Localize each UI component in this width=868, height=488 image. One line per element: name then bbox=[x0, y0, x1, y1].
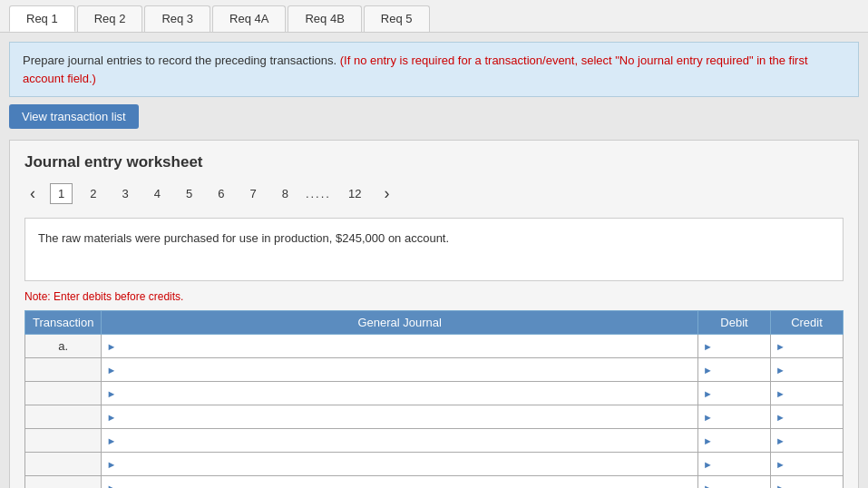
debit-cell[interactable]: ► bbox=[698, 335, 771, 358]
page-num-6[interactable]: 6 bbox=[210, 183, 232, 204]
pagination: ‹ 1 2 3 4 5 6 7 8 ..... 12 › bbox=[24, 182, 844, 205]
th-debit: Debit bbox=[698, 311, 771, 335]
table-row: ►►► bbox=[25, 453, 844, 476]
transaction-cell bbox=[25, 429, 102, 453]
debit-cell[interactable]: ► bbox=[698, 453, 771, 476]
general-journal-cell[interactable]: ► bbox=[102, 429, 698, 453]
worksheet-title: Journal entry worksheet bbox=[24, 153, 844, 171]
table-row: ►►► bbox=[25, 429, 844, 453]
credit-cell[interactable]: ► bbox=[771, 405, 844, 429]
table-row: a.►►► bbox=[25, 335, 844, 358]
th-transaction: Transaction bbox=[25, 311, 102, 335]
credit-cell[interactable]: ► bbox=[771, 453, 844, 476]
transaction-cell bbox=[25, 405, 102, 429]
page-num-8[interactable]: 8 bbox=[274, 183, 297, 204]
transaction-cell bbox=[25, 382, 102, 405]
page-num-3[interactable]: 3 bbox=[113, 183, 136, 204]
info-main-text: Prepare journal entries to record the pr… bbox=[23, 54, 336, 67]
general-journal-cell[interactable]: ► bbox=[102, 335, 698, 358]
page-num-4[interactable]: 4 bbox=[146, 183, 169, 204]
tabs-container: Req 1 Req 2 Req 3 Req 4A Req 4B Req 5 bbox=[0, 0, 868, 33]
page-num-5[interactable]: 5 bbox=[178, 183, 200, 204]
debit-cell[interactable]: ► bbox=[698, 382, 771, 405]
debit-cell[interactable]: ► bbox=[698, 429, 771, 453]
page-num-2[interactable]: 2 bbox=[82, 183, 104, 204]
general-journal-cell[interactable]: ► bbox=[102, 453, 698, 476]
tab-req1[interactable]: Req 1 bbox=[9, 5, 75, 32]
tab-req2[interactable]: Req 2 bbox=[77, 5, 143, 32]
table-row: ►►► bbox=[25, 405, 844, 429]
view-transaction-button[interactable]: View transaction list bbox=[9, 104, 139, 129]
transaction-cell bbox=[25, 358, 102, 382]
page-num-7[interactable]: 7 bbox=[241, 183, 264, 204]
view-btn-container: View transaction list bbox=[9, 104, 859, 129]
credit-cell[interactable]: ► bbox=[771, 476, 844, 489]
tab-req4a[interactable]: Req 4A bbox=[212, 5, 286, 32]
tab-req4b[interactable]: Req 4B bbox=[288, 5, 361, 32]
debit-cell[interactable]: ► bbox=[698, 358, 771, 382]
page-ellipsis: ..... bbox=[306, 187, 331, 200]
page-num-1[interactable]: 1 bbox=[50, 183, 73, 204]
note-text: Note: Enter debits before credits. bbox=[24, 290, 844, 303]
general-journal-cell[interactable]: ► bbox=[102, 476, 698, 489]
general-journal-cell[interactable]: ► bbox=[102, 382, 698, 405]
th-credit: Credit bbox=[771, 311, 844, 335]
credit-cell[interactable]: ► bbox=[771, 335, 844, 358]
info-box: Prepare journal entries to record the pr… bbox=[9, 42, 859, 97]
debit-cell[interactable]: ► bbox=[698, 476, 771, 489]
pagination-prev[interactable]: ‹ bbox=[24, 182, 41, 205]
description-box: The raw materials were purchased for use… bbox=[24, 218, 844, 281]
table-row: ►►► bbox=[25, 382, 844, 405]
journal-table: Transaction General Journal Debit Credit… bbox=[24, 310, 844, 488]
debit-cell[interactable]: ► bbox=[698, 405, 771, 429]
worksheet-panel: Journal entry worksheet ‹ 1 2 3 4 5 6 7 … bbox=[9, 140, 859, 488]
table-row: ►►► bbox=[25, 476, 844, 489]
transaction-cell: a. bbox=[25, 335, 102, 358]
general-journal-cell[interactable]: ► bbox=[102, 358, 698, 382]
table-row: ►►► bbox=[25, 358, 844, 382]
pagination-next[interactable]: › bbox=[378, 182, 395, 205]
tab-req5[interactable]: Req 5 bbox=[364, 5, 430, 32]
general-journal-cell[interactable]: ► bbox=[102, 405, 698, 429]
credit-cell[interactable]: ► bbox=[771, 382, 844, 405]
transaction-cell bbox=[25, 453, 102, 476]
th-general-journal: General Journal bbox=[102, 311, 698, 335]
credit-cell[interactable]: ► bbox=[771, 429, 844, 453]
page-num-12[interactable]: 12 bbox=[340, 183, 369, 204]
transaction-cell bbox=[25, 476, 102, 489]
credit-cell[interactable]: ► bbox=[771, 358, 844, 382]
tab-req3[interactable]: Req 3 bbox=[144, 5, 210, 32]
